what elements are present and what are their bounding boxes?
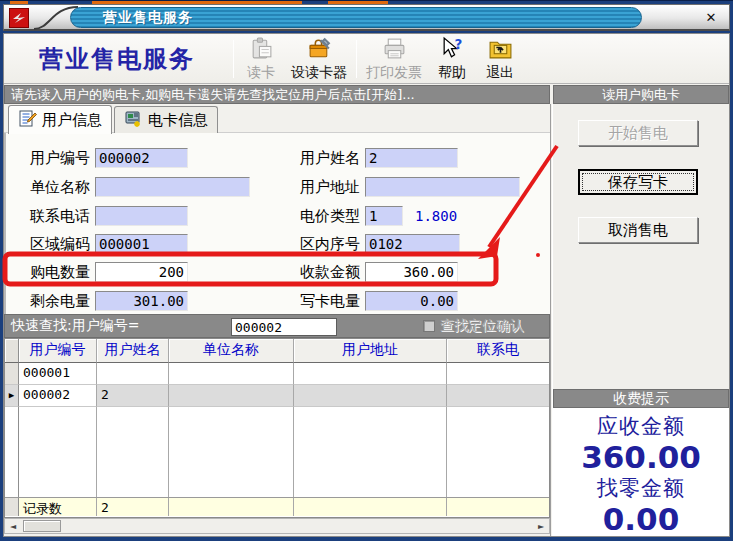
row-selector <box>5 363 19 385</box>
printer-icon <box>382 36 407 64</box>
table-row[interactable]: 000001 <box>5 363 549 385</box>
save-write-card-label: 保存写卡 <box>582 173 694 191</box>
cell-address <box>294 385 447 407</box>
page-title: 营业售电服务 <box>4 43 230 75</box>
cell-user-name: 2 <box>97 385 169 407</box>
user-table: 用户编号 用户姓名 单位名称 用户地址 联系电 000001 <box>4 338 550 518</box>
exit-folder-icon <box>488 36 513 64</box>
title-bar[interactable]: 营业售电服务 ✕ <box>3 4 730 31</box>
field-label-user-id: 用户编号 <box>24 149 90 168</box>
col-address[interactable]: 用户地址 <box>294 339 447 363</box>
table-footer-row: 记录数 2 <box>5 497 549 516</box>
cell-user-name <box>97 363 169 385</box>
right-panel: 开始售电 保存写卡 取消售电 收费提示 应收金额 360.00 找零金额 0.0… <box>553 104 729 536</box>
tab-card-info-label: 电卡信息 <box>148 111 208 130</box>
main-area: 用户信息 电卡信息 用户编号 用 <box>4 104 729 536</box>
sale-actions: 开始售电 保存写卡 取消售电 <box>553 104 729 389</box>
set-reader-label: 设读卡器 <box>291 64 347 82</box>
read-card-panel-title: 读用户购电卡 <box>553 85 729 104</box>
scrollbar-thumb[interactable] <box>23 520 61 532</box>
write-power-field[interactable] <box>365 291 458 311</box>
record-count-value: 2 <box>97 498 169 516</box>
client-area: 营业售电服务 读卡 设读卡器 打印发票 <box>3 33 730 537</box>
field-label-address: 用户地址 <box>294 178 360 197</box>
user-name-field[interactable] <box>365 148 458 168</box>
col-company[interactable]: 单位名称 <box>169 339 294 363</box>
help-cursor-icon: ? <box>440 36 465 64</box>
print-invoice-button[interactable]: 打印发票 <box>360 35 428 83</box>
field-label-user-name: 用户姓名 <box>294 149 360 168</box>
cell-company <box>169 385 294 407</box>
remaining-power-field[interactable] <box>95 291 188 311</box>
quick-search-input[interactable] <box>231 318 337 336</box>
locate-confirm-checkbox[interactable]: 查找定位确认 <box>423 317 524 335</box>
tab-user-info-label: 用户信息 <box>42 111 102 130</box>
purchase-qty-field[interactable] <box>95 262 188 282</box>
window-title: 营业售电服务 <box>70 7 642 28</box>
cell-phone <box>447 363 549 385</box>
table-row-selected[interactable]: ▶ 000002 2 <box>5 385 549 407</box>
help-label: 帮助 <box>438 64 466 82</box>
field-label-remaining-power: 剩余电量 <box>24 292 90 311</box>
toolbar-separator <box>356 40 357 78</box>
set-reader-button[interactable]: 设读卡器 <box>285 35 353 83</box>
area-code-field[interactable] <box>95 234 188 254</box>
fee-panel-title: 收费提示 <box>553 389 729 408</box>
col-user-name[interactable]: 用户姓名 <box>97 339 169 363</box>
read-card-button[interactable]: 读卡 <box>237 35 285 83</box>
close-button[interactable]: ✕ <box>701 9 721 26</box>
status-message: 请先读入用户的购电卡,如购电卡遗失请先查找定位用户后点击[开始]... <box>4 85 550 104</box>
field-label-phone: 联系电话 <box>24 207 90 226</box>
change-value: 0.00 <box>553 502 729 536</box>
col-user-id[interactable]: 用户编号 <box>19 339 97 363</box>
company-field[interactable] <box>95 177 250 197</box>
start-sale-button[interactable]: 开始售电 <box>578 120 698 146</box>
field-label-purchase-qty: 购电数量 <box>24 263 90 282</box>
price-type-field[interactable] <box>365 206 403 226</box>
tab-card-info[interactable]: 电卡信息 <box>114 106 218 133</box>
save-write-card-button[interactable]: 保存写卡 <box>578 169 698 195</box>
cell-user-id: 000002 <box>19 385 97 407</box>
receivable-label: 应收金额 <box>553 412 729 440</box>
phone-field[interactable] <box>95 206 188 226</box>
app-window: 营业售电服务 ✕ 营业售电服务 读卡 设读卡器 <box>0 0 733 541</box>
field-label-write-power: 写卡电量 <box>294 292 360 311</box>
unit-price-value: 1.800 <box>415 208 457 224</box>
exit-button[interactable]: 退出 <box>476 35 524 83</box>
tab-user-info[interactable]: 用户信息 <box>8 105 112 134</box>
table-header-row: 用户编号 用户姓名 单位名称 用户地址 联系电 <box>5 339 549 363</box>
scroll-left-icon[interactable]: ◄ <box>5 519 21 533</box>
tab-strip: 用户信息 电卡信息 <box>4 104 550 133</box>
svg-text:?: ? <box>454 36 462 52</box>
locate-confirm-label: 查找定位确认 <box>440 317 524 335</box>
scroll-right-icon[interactable]: ► <box>533 519 549 533</box>
record-count-label: 记录数 <box>19 498 97 516</box>
card-reader-icon <box>249 36 274 64</box>
row-selector-arrow: ▶ <box>5 385 19 407</box>
cell-company <box>169 363 294 385</box>
cancel-sale-button[interactable]: 取消售电 <box>578 217 698 243</box>
change-label: 找零金额 <box>553 474 729 502</box>
help-button[interactable]: ? 帮助 <box>428 35 476 83</box>
left-panel: 用户信息 电卡信息 用户编号 用 <box>4 104 550 536</box>
field-label-area-code: 区域编码 <box>24 235 90 254</box>
user-id-field[interactable] <box>95 148 188 168</box>
field-label-amount-received: 收款金额 <box>294 263 360 282</box>
horizontal-scrollbar[interactable]: ◄ ► <box>4 518 550 534</box>
card-info-icon <box>124 109 143 132</box>
toolbar: 营业售电服务 读卡 设读卡器 打印发票 <box>4 34 729 84</box>
address-field[interactable] <box>365 177 520 197</box>
toolbox-icon <box>307 36 332 64</box>
quick-search-label: 快速查找:用户编号= <box>11 317 139 335</box>
area-seq-field[interactable] <box>365 234 460 254</box>
read-card-label: 读卡 <box>247 64 275 82</box>
checkbox-icon <box>423 320 435 332</box>
quick-search-bar: 快速查找:用户编号= 查找定位确认 <box>4 314 550 338</box>
print-invoice-label: 打印发票 <box>366 64 422 82</box>
cell-user-id: 000001 <box>19 363 97 385</box>
col-phone[interactable]: 联系电 <box>447 339 549 363</box>
exit-label: 退出 <box>486 64 514 82</box>
receivable-value: 360.00 <box>553 440 729 474</box>
cell-address <box>294 363 447 385</box>
amount-received-field[interactable] <box>365 262 458 282</box>
